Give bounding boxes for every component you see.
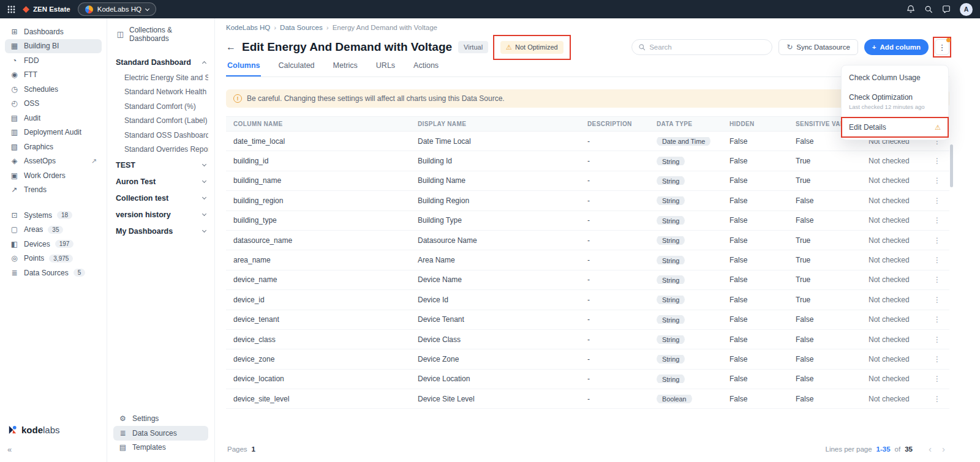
cell-description: -	[580, 296, 649, 304]
apps-grid-icon[interactable]	[7, 6, 15, 13]
row-kebab-icon[interactable]: ⋮	[931, 176, 943, 185]
cell-display_name: Building Region	[410, 196, 580, 205]
row-kebab-icon[interactable]: ⋮	[931, 296, 943, 304]
current-page[interactable]: 1	[252, 445, 255, 453]
sync-datasource-button[interactable]: ↻ Sync Datasource	[778, 39, 858, 55]
breadcrumb-item[interactable]: Data Sources	[280, 24, 323, 31]
dashboard-item-standard-comfort-label[interactable]: Standard Comfort (Label)	[113, 114, 208, 129]
cell-value: False	[729, 157, 747, 165]
sidebar-item-trends[interactable]: ↗Trends	[5, 183, 102, 198]
cell-value: True	[796, 296, 810, 304]
dashboard-item-standard-network-health[interactable]: Standard Network Health	[113, 85, 208, 100]
sidebar-item-fdd[interactable]: ◔FDD	[5, 53, 102, 68]
breadcrumb-item[interactable]: KodeLabs HQ	[226, 24, 270, 31]
workspace-switcher[interactable]: KodeLabs HQ	[78, 2, 156, 16]
sidebar-item-ftt[interactable]: ◉FTT	[5, 68, 102, 83]
menu-item-edit-details[interactable]: Edit Details⚠	[842, 117, 948, 137]
search-box[interactable]	[631, 39, 772, 55]
row-kebab-icon[interactable]: ⋮	[931, 236, 943, 245]
next-page-button[interactable]: ›	[939, 444, 948, 453]
row-kebab-icon[interactable]: ⋮	[931, 315, 943, 324]
prev-page-button[interactable]: ‹	[925, 444, 935, 453]
row-actions: ⋮	[924, 176, 949, 185]
cell-sensitive: False	[788, 196, 861, 205]
data-type-pill: Date and Time	[657, 137, 710, 146]
title-actions: ↻ Sync Datasource + Add column ⋮	[631, 39, 949, 55]
help-chat-icon[interactable]	[942, 5, 951, 13]
menu-item-check-column-usage[interactable]: Check Column Usage	[842, 68, 948, 88]
bell-icon[interactable]	[907, 5, 915, 13]
sidebar-item-oss[interactable]: ◴OSS	[5, 97, 102, 111]
dashboard-item-standard-comfort[interactable]: Standard Comfort (%)	[113, 99, 208, 114]
sidebar-item-data-sources[interactable]: ≣Data Sources5	[5, 266, 102, 280]
cell-sensitive: False	[788, 355, 861, 363]
row-kebab-icon[interactable]: ⋮	[931, 355, 943, 363]
cell-hidden: False	[722, 196, 788, 205]
org-brand[interactable]: ZEN Estate	[23, 6, 70, 13]
row-kebab-icon[interactable]: ⋮	[931, 395, 943, 403]
cell-usage: Not checked	[861, 216, 924, 225]
panel-item-templates[interactable]: ▤Templates	[113, 441, 208, 455]
cell-sensitive: False	[788, 395, 861, 403]
tree-group-collection-test[interactable]: Collection test	[113, 190, 208, 206]
sidebar-item-building-bi[interactable]: ▦Building BI	[5, 39, 102, 54]
more-actions-button[interactable]: ⋮	[935, 39, 949, 55]
user-avatar[interactable]: A	[960, 3, 973, 16]
tab-columns[interactable]: Columns	[226, 61, 261, 76]
cell-value: -	[587, 216, 590, 225]
tree-group-test[interactable]: TEST	[113, 157, 208, 173]
tree-group-my-dashboards[interactable]: My Dashboards	[113, 223, 208, 239]
tree-group-label: Auron Test	[116, 177, 156, 186]
row-kebab-icon[interactable]: ⋮	[931, 157, 943, 165]
breadcrumb: KodeLabs HQ›Data Sources›Energy And Dema…	[226, 24, 949, 31]
add-column-button[interactable]: + Add column	[864, 39, 929, 55]
sidebar-item-assetops[interactable]: ◈AssetOps↗	[5, 154, 102, 169]
cell-value: True	[796, 256, 810, 264]
chevron-down-icon	[202, 228, 206, 233]
table-scrollbar[interactable]	[950, 144, 953, 187]
dashboard-item-standard-oss-dashboard[interactable]: Standard OSS Dashboard	[113, 128, 208, 143]
sidebar-item-points[interactable]: ◎Points3,975	[5, 251, 102, 266]
tree-group-label: My Dashboards	[116, 227, 173, 236]
panel-item-settings[interactable]: ⚙Settings	[113, 412, 208, 427]
search-input[interactable]	[649, 43, 766, 51]
row-kebab-icon[interactable]: ⋮	[931, 196, 943, 205]
panel-item-data-sources[interactable]: ≣Data Sources	[113, 426, 208, 441]
tab-calculated[interactable]: Calculated	[277, 61, 315, 76]
sidebar-collapse-button[interactable]: «	[7, 445, 12, 454]
org-logo-icon	[23, 6, 29, 13]
sidebar-item-graphics[interactable]: ▧Graphics	[5, 140, 102, 154]
tab-actions[interactable]: Actions	[412, 61, 440, 76]
columns-table: COLUMN NAMEDISPLAY NAMEDESCRIPTIONDATA T…	[226, 116, 949, 462]
sidebar-item-systems[interactable]: ⊡Systems18	[5, 208, 102, 223]
sidebar-item-dashboards[interactable]: ⊞Dashboards	[5, 24, 102, 39]
sidebar-item-devices[interactable]: ◧Devices197	[5, 237, 102, 251]
row-kebab-icon[interactable]: ⋮	[931, 275, 943, 284]
menu-item-check-optimization[interactable]: Check OptimizationLast checked 12 minute…	[842, 88, 948, 116]
tree-group-standard-dashboard[interactable]: Standard Dashboard	[113, 54, 208, 70]
sidebar-item-audit[interactable]: ▤Audit	[5, 111, 102, 125]
row-kebab-icon[interactable]: ⋮	[931, 335, 943, 344]
search-icon[interactable]	[924, 5, 933, 13]
cell-description: -	[580, 196, 649, 205]
tree-group-label: Standard Dashboard	[116, 58, 191, 67]
sidebar-item-schedules[interactable]: ◷Schedules	[5, 82, 102, 97]
back-button[interactable]: ←	[226, 42, 236, 53]
dashboard-item-electric-energy-site-and-su[interactable]: Electric Energy Site and Su...	[113, 70, 208, 85]
sidebar-item-deployment-audit[interactable]: ▥Deployment Audit	[5, 125, 102, 140]
cell-value: True	[796, 157, 810, 165]
tab-urls[interactable]: URLs	[375, 61, 396, 76]
dashboard-item-standard-overrides-report[interactable]: Standard Overrides Report	[113, 143, 208, 157]
refresh-icon: ↻	[786, 43, 793, 51]
row-kebab-icon[interactable]: ⋮	[931, 216, 943, 225]
sidebar-item-label: Audit	[24, 114, 40, 122]
tree-group-auron-test[interactable]: Auron Test	[113, 173, 208, 190]
row-kebab-icon[interactable]: ⋮	[931, 256, 943, 264]
tree-group-version-history[interactable]: version history	[113, 206, 208, 223]
row-kebab-icon[interactable]: ⋮	[931, 374, 943, 383]
cell-value: Date Time Local	[418, 137, 471, 146]
sidebar-item-work-orders[interactable]: ▣Work Orders	[5, 168, 102, 183]
data-type-pill: Boolean	[657, 395, 692, 403]
tab-metrics[interactable]: Metrics	[332, 61, 359, 76]
sidebar-item-areas[interactable]: ▢Areas35	[5, 223, 102, 237]
